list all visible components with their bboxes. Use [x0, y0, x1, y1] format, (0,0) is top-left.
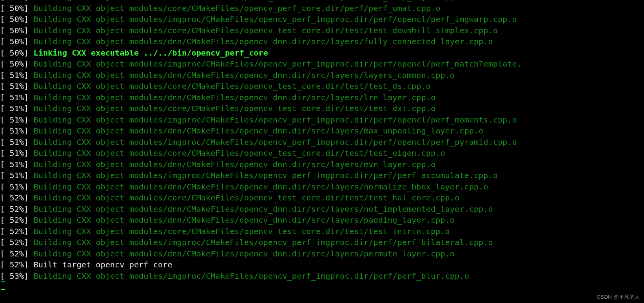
- build-message: Linking CXX executable ../../bin/opencv_…: [33, 48, 268, 58]
- percent-value: 51: [9, 137, 19, 147]
- bracket: [: [0, 271, 9, 281]
- bracket: [: [0, 171, 9, 180]
- bracket: [: [0, 4, 9, 13]
- terminal-output: [ 50%] Building CXX object modules/dnn/C…: [0, 0, 644, 293]
- build-log-line: [ 51%] Building CXX object modules/imgpr…: [0, 114, 644, 126]
- percent-value: 50: [9, 0, 19, 2]
- cursor-line: [0, 281, 644, 293]
- build-message: Building CXX object modules/core/CMakeFi…: [33, 193, 459, 202]
- bracket: %]: [19, 59, 34, 69]
- percent-value: 51: [9, 182, 19, 191]
- percent-value: 51: [9, 81, 19, 91]
- bracket: %]: [19, 249, 34, 258]
- build-message: Building CXX object modules/core/CMakeFi…: [33, 26, 497, 35]
- build-message: Building CXX object modules/imgproc/CMak…: [33, 238, 493, 247]
- percent-value: 51: [9, 70, 19, 80]
- bracket: [: [0, 260, 9, 269]
- percent-value: 50: [9, 26, 19, 35]
- bracket: %]: [19, 48, 34, 58]
- terminal-cursor: [1, 281, 5, 290]
- bracket: [: [0, 160, 9, 169]
- percent-value: 51: [9, 171, 19, 180]
- build-log-line: [ 50%] Building CXX object modules/imgpr…: [0, 14, 644, 25]
- build-message: Building CXX object modules/dnn/CMakeFil…: [33, 37, 493, 46]
- bracket: %]: [19, 37, 34, 46]
- build-log-line: [ 51%] Building CXX object modules/imgpr…: [0, 137, 644, 148]
- build-message: Building CXX object modules/imgproc/CMak…: [33, 137, 517, 147]
- build-message: Building CXX object modules/dnn/CMakeFil…: [33, 182, 488, 191]
- build-message: Building CXX object modules/dnn/CMakeFil…: [33, 126, 483, 135]
- bracket: [: [0, 81, 9, 91]
- build-log-line: [ 51%] Building CXX object modules/dnn/C…: [0, 125, 644, 137]
- percent-value: 51: [9, 126, 19, 135]
- bracket: %]: [19, 171, 34, 180]
- bracket: [: [0, 204, 9, 214]
- build-log-line: [ 52%] Building CXX object modules/core/…: [0, 226, 644, 237]
- build-log-line: [ 50%] Linking CXX executable ../../bin/…: [0, 47, 644, 59]
- percent-value: 52: [9, 227, 19, 236]
- percent-value: 53: [9, 271, 19, 281]
- bracket: [: [0, 104, 9, 113]
- bracket: %]: [19, 70, 34, 80]
- build-message: Building CXX object modules/core/CMakeFi…: [33, 81, 430, 91]
- build-log-line: [ 52%] Building CXX object modules/dnn/C…: [0, 248, 644, 260]
- build-message: Building CXX object modules/imgproc/CMak…: [33, 171, 497, 180]
- build-message: Building CXX object modules/imgproc/CMak…: [33, 271, 469, 281]
- build-message: Building CXX object modules/core/CMakeFi…: [33, 227, 450, 236]
- build-message: Building CXX object modules/dnn/CMakeFil…: [33, 204, 493, 214]
- build-log-line: [ 52%] Building CXX object modules/dnn/C…: [0, 215, 644, 226]
- bracket: [: [0, 148, 9, 158]
- percent-value: 51: [9, 148, 19, 158]
- build-message: Building CXX object modules/core/CMakeFi…: [33, 104, 435, 113]
- bracket: [: [0, 37, 9, 46]
- build-log-line: [ 51%] Building CXX object modules/core/…: [0, 148, 644, 159]
- build-log-line: [ 51%] Building CXX object modules/core/…: [0, 103, 644, 114]
- bracket: [: [0, 14, 9, 24]
- bracket: %]: [19, 215, 34, 225]
- bracket: %]: [19, 115, 34, 124]
- build-log-line: [ 53%] Building CXX object modules/imgpr…: [0, 271, 644, 282]
- percent-value: 50: [9, 4, 19, 13]
- bracket: [: [0, 182, 9, 191]
- build-message: Building CXX object modules/dnn/CMakeFil…: [33, 215, 455, 225]
- bracket: %]: [19, 260, 34, 269]
- bracket: [: [0, 93, 9, 102]
- build-log-line: [ 50%] Building CXX object modules/dnn/C…: [0, 36, 644, 47]
- bracket: [: [0, 137, 9, 147]
- bracket: %]: [19, 238, 34, 247]
- bracket: [: [0, 115, 9, 124]
- build-message: Building CXX object modules/core/CMakeFi…: [33, 4, 440, 13]
- build-log-line: [ 52%] Building CXX object modules/core/…: [0, 192, 644, 204]
- bracket: [: [0, 215, 9, 225]
- bracket: [: [0, 0, 9, 2]
- bracket: %]: [19, 227, 34, 236]
- percent-value: 51: [9, 104, 19, 113]
- build-message: Building CXX object modules/dnn/CMakeFil…: [33, 160, 435, 169]
- build-log-line: [ 52%] Built target opencv_perf_core: [0, 259, 644, 271]
- bracket: %]: [19, 26, 34, 35]
- build-log-line: [ 50%] Building CXX object modules/core/…: [0, 25, 644, 36]
- percent-value: 51: [9, 93, 19, 102]
- bracket: [: [0, 70, 9, 80]
- watermark: CSDN @平凡的人: [597, 294, 640, 301]
- build-log-line: [ 51%] Building CXX object modules/dnn/C…: [0, 181, 644, 193]
- build-log-line: [ 51%] Building CXX object modules/dnn/C…: [0, 159, 644, 170]
- percent-value: 52: [9, 260, 19, 269]
- bracket: %]: [19, 160, 34, 169]
- bracket: [: [0, 238, 9, 247]
- bracket: [: [0, 48, 9, 58]
- percent-value: 50: [9, 48, 19, 58]
- build-log-line: [ 50%] Building CXX object modules/core/…: [0, 3, 644, 14]
- percent-value: 52: [9, 238, 19, 247]
- build-log-line: [ 51%] Building CXX object modules/imgpr…: [0, 170, 644, 181]
- build-message: Built target opencv_perf_core: [33, 260, 172, 269]
- bracket: %]: [19, 182, 34, 191]
- percent-value: 52: [9, 215, 19, 225]
- percent-value: 50: [9, 37, 19, 46]
- build-log-line: [ 52%] Building CXX object modules/imgpr…: [0, 237, 644, 248]
- bracket: %]: [19, 204, 34, 214]
- build-log-line: [ 51%] Building CXX object modules/dnn/C…: [0, 92, 644, 103]
- build-log-line: [ 52%] Building CXX object modules/dnn/C…: [0, 204, 644, 215]
- percent-value: 50: [9, 14, 19, 24]
- bracket: [: [0, 59, 9, 69]
